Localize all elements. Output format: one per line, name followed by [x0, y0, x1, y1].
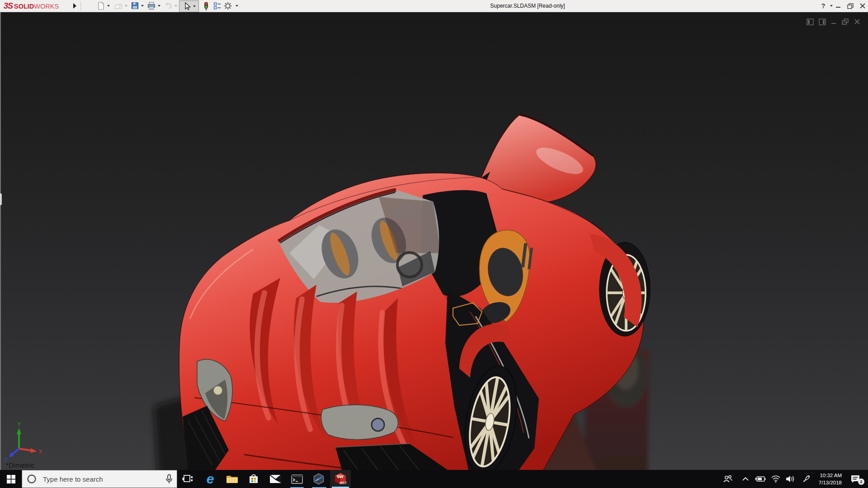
taskbar-app-file-explorer[interactable]	[222, 470, 242, 488]
clock-date: 7/13/2018	[814, 479, 842, 486]
store-icon	[248, 474, 259, 484]
view-orientation-label: *Dimetric	[6, 461, 35, 469]
hidden-icons-button[interactable]	[738, 470, 753, 488]
print-button[interactable]	[147, 0, 160, 11]
sw-year: 2017	[340, 481, 347, 484]
brand-glyph: 3S	[4, 1, 13, 10]
undo-button[interactable]	[164, 0, 177, 11]
task-view-button[interactable]	[177, 470, 198, 488]
microphone-icon[interactable]	[165, 474, 173, 484]
doc-restore-icon[interactable]	[842, 19, 849, 25]
sw-label: SW	[337, 474, 344, 479]
new-document-icon	[97, 1, 105, 10]
taskbar-app-store[interactable]	[243, 470, 264, 488]
solidworks-logo: 3SSOLIDWORKS	[4, 0, 59, 12]
search-input[interactable]	[42, 475, 152, 483]
select-cursor-icon	[183, 2, 191, 11]
dropdown-arrow[interactable]	[175, 5, 177, 7]
triad-y-label: Y	[18, 422, 21, 427]
people-tray-button[interactable]	[721, 470, 735, 488]
feature-properties-button[interactable]	[213, 0, 222, 11]
select-tool-button[interactable]	[179, 0, 199, 12]
taskbar-clock[interactable]: 10:32 AM 7/13/2018	[814, 472, 842, 486]
edge-icon: e	[207, 472, 214, 486]
window-title: Supercar.SLDASM [Read-only]	[490, 0, 565, 12]
file-explorer-icon	[226, 474, 238, 484]
taskbar-app-solidworks[interactable]: SW 2017	[330, 470, 351, 488]
dropdown-arrow[interactable]	[193, 5, 196, 7]
volume-tray-button[interactable]	[783, 470, 797, 488]
taskbar-app-command-prompt[interactable]	[287, 470, 307, 488]
solidworks-2017-icon: SW 2017	[334, 472, 347, 486]
help-dropdown-arrow[interactable]	[830, 5, 833, 7]
notification-badge: 2	[858, 479, 864, 485]
save-button[interactable]	[131, 0, 144, 11]
wifi-icon	[771, 475, 780, 483]
menu-flyout-icon[interactable]	[73, 3, 76, 9]
close-button[interactable]	[857, 0, 868, 12]
display-states-button[interactable]	[203, 0, 209, 11]
restore-button[interactable]	[845, 0, 856, 12]
dropdown-arrow[interactable]	[158, 5, 160, 7]
document-window-controls	[807, 17, 865, 26]
minimize-button[interactable]	[833, 0, 843, 12]
taskbar: e	[0, 470, 868, 488]
doc-minimize-icon[interactable]	[831, 19, 837, 25]
battery-tray-button[interactable]	[753, 470, 768, 488]
help-button[interactable]: ?	[817, 0, 829, 12]
cortana-icon	[27, 474, 37, 484]
gear-icon	[223, 1, 232, 10]
title-bar: 3SSOLIDWORKS	[0, 0, 868, 12]
undo-icon	[164, 1, 173, 10]
dropdown-arrow[interactable]	[236, 5, 238, 7]
triad-x-label: X	[39, 449, 42, 454]
print-icon	[147, 1, 156, 10]
people-icon	[723, 474, 733, 483]
options-button[interactable]	[223, 0, 238, 11]
car-headlight-right	[321, 405, 398, 440]
dropdown-arrow[interactable]	[141, 5, 144, 7]
start-button[interactable]	[0, 470, 22, 488]
taskbar-app-edge[interactable]: e	[200, 470, 221, 488]
windows-logo-icon	[7, 475, 15, 483]
pane-right-icon[interactable]	[819, 19, 826, 25]
dropdown-arrow[interactable]	[107, 5, 110, 7]
traffic-light-icon	[203, 1, 209, 11]
open-button[interactable]	[114, 0, 127, 11]
panel-splitter[interactable]	[0, 12, 1, 470]
task-view-icon	[182, 474, 193, 484]
taskbar-app-edrawings[interactable]	[308, 470, 329, 488]
edrawings-hexagon-icon	[313, 473, 325, 485]
speaker-icon	[786, 475, 795, 483]
dropdown-arrow[interactable]	[125, 5, 127, 7]
doc-close-icon[interactable]	[854, 19, 860, 25]
model-supercar[interactable]	[0, 12, 868, 470]
wifi-tray-button[interactable]	[769, 470, 783, 488]
windows-ink-tray-button[interactable]	[799, 470, 813, 488]
taskbar-search[interactable]	[22, 470, 177, 488]
battery-charging-icon	[755, 476, 766, 482]
clock-time: 10:32 AM	[814, 472, 842, 479]
command-prompt-icon	[291, 474, 303, 484]
new-document-button[interactable]	[97, 0, 110, 11]
pane-left-icon[interactable]	[807, 19, 814, 25]
mail-icon	[269, 474, 282, 483]
save-icon	[131, 1, 139, 10]
chevron-up-icon	[742, 477, 749, 481]
taskbar-app-mail[interactable]	[265, 470, 286, 488]
panel-splitter-handle[interactable]	[0, 193, 2, 205]
feature-list-icon	[213, 1, 222, 10]
toolbar-separator	[80, 1, 81, 10]
orientation-triad: Y X Z	[4, 422, 45, 464]
open-icon	[114, 1, 123, 10]
pen-icon	[802, 474, 811, 483]
